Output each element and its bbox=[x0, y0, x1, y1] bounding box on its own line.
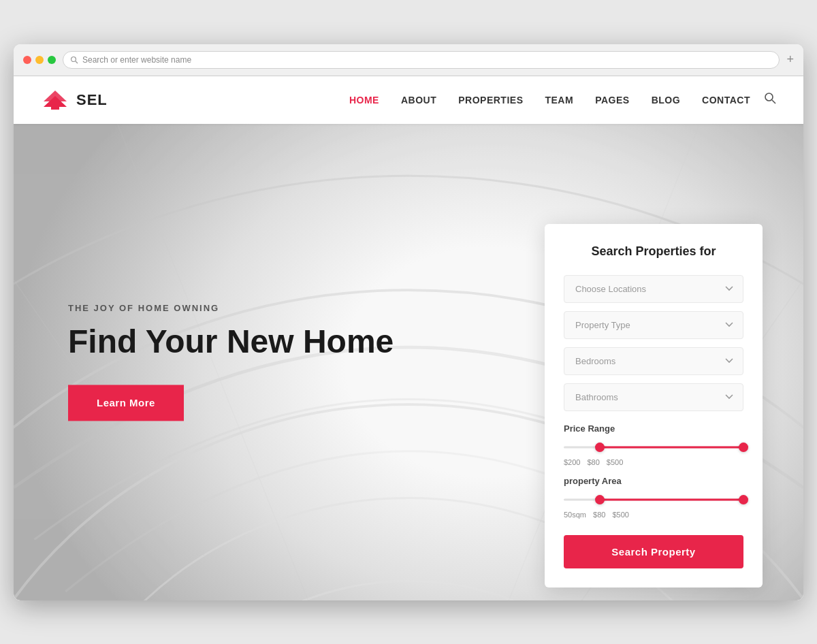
svg-line-6 bbox=[772, 100, 775, 103]
search-card-title: Search Properties for bbox=[564, 244, 743, 259]
area-max-value: $500 bbox=[612, 511, 628, 519]
price-range-thumb-max[interactable] bbox=[739, 442, 748, 452]
price-min-value: $200 bbox=[564, 458, 580, 466]
area-label: property Area bbox=[564, 476, 743, 486]
price-range-thumb-min[interactable] bbox=[595, 442, 605, 452]
learn-more-button[interactable]: Learn More bbox=[68, 385, 184, 421]
address-bar-text: Search or enter website name bbox=[82, 55, 191, 65]
nav-link-properties[interactable]: PROPERTIES bbox=[458, 95, 523, 106]
hero-section: THE JOY OF HOME OWNING Find Your New Hom… bbox=[14, 124, 803, 600]
svg-rect-4 bbox=[51, 103, 59, 110]
area-range-values: 50sqm $80 $500 bbox=[564, 511, 743, 519]
traffic-lights bbox=[23, 56, 56, 64]
area-range-thumb-max[interactable] bbox=[739, 495, 748, 504]
nav-link-pages[interactable]: PAGES bbox=[595, 95, 629, 106]
hero-subtitle: THE JOY OF HOME OWNING bbox=[68, 303, 394, 313]
svg-line-1 bbox=[76, 61, 78, 63]
area-range-thumb-min[interactable] bbox=[595, 495, 605, 504]
browser-chrome: Search or enter website name + bbox=[14, 44, 803, 76]
new-tab-button[interactable]: + bbox=[786, 52, 794, 67]
nav-link-blog[interactable]: BLOG bbox=[652, 95, 680, 106]
price-mid-value: $80 bbox=[587, 458, 599, 466]
bedrooms-select[interactable]: Bedrooms 1 2 3 4+ bbox=[564, 347, 743, 375]
price-max-value: $500 bbox=[607, 458, 623, 466]
address-bar[interactable]: Search or enter website name bbox=[63, 51, 780, 69]
area-range-slider[interactable] bbox=[564, 493, 743, 506]
nav-link-contact[interactable]: CONTACT bbox=[702, 95, 750, 106]
maximize-button[interactable] bbox=[48, 56, 56, 64]
nav-link-team[interactable]: TEAM bbox=[545, 95, 573, 106]
nav-item-properties[interactable]: PROPERTIES bbox=[458, 94, 523, 106]
svg-point-0 bbox=[71, 57, 76, 61]
area-range-fill bbox=[600, 498, 743, 500]
minimize-button[interactable] bbox=[35, 56, 44, 64]
nav-item-blog[interactable]: BLOG bbox=[652, 94, 680, 106]
property-type-select[interactable]: Property Type House Apartment Villa bbox=[564, 311, 743, 339]
area-min-value: 50sqm bbox=[564, 511, 586, 519]
nav-link-home[interactable]: HOME bbox=[349, 95, 379, 106]
price-range-slider[interactable] bbox=[564, 440, 743, 454]
price-range-label: Price Range bbox=[564, 423, 743, 434]
logo[interactable]: SEL bbox=[41, 88, 108, 112]
search-property-button[interactable]: Search Property bbox=[564, 535, 743, 568]
search-card: Search Properties for Choose Locations N… bbox=[545, 224, 763, 587]
nav-search-icon[interactable] bbox=[764, 92, 776, 108]
location-select[interactable]: Choose Locations New York Los Angeles Ch… bbox=[564, 275, 743, 303]
nav-item-about[interactable]: ABOUT bbox=[401, 94, 436, 106]
svg-point-5 bbox=[765, 93, 773, 101]
hero-content: THE JOY OF HOME OWNING Find Your New Hom… bbox=[68, 303, 394, 421]
nav-item-home[interactable]: HOME bbox=[349, 94, 379, 106]
bathrooms-select[interactable]: Bathrooms 1 2 3 bbox=[564, 383, 743, 411]
logo-icon bbox=[41, 88, 69, 112]
hero-title: Find Your New Home bbox=[68, 323, 394, 360]
search-icon bbox=[70, 56, 78, 64]
close-button[interactable] bbox=[23, 56, 31, 64]
navigation: SEL HOME ABOUT PROPERTIES TEAM PAGES BLO… bbox=[14, 76, 803, 124]
nav-item-contact[interactable]: CONTACT bbox=[702, 94, 750, 106]
browser-window: Search or enter website name + SEL HOME … bbox=[14, 44, 803, 600]
website: SEL HOME ABOUT PROPERTIES TEAM PAGES BLO… bbox=[14, 76, 803, 600]
price-range-values: $200 $80 $500 bbox=[564, 458, 743, 466]
price-range-fill bbox=[600, 446, 743, 448]
nav-item-pages[interactable]: PAGES bbox=[595, 94, 629, 106]
nav-link-about[interactable]: ABOUT bbox=[401, 95, 436, 106]
nav-links: HOME ABOUT PROPERTIES TEAM PAGES BLOG CO… bbox=[349, 94, 750, 106]
area-mid-value: $80 bbox=[593, 511, 605, 519]
logo-text: SEL bbox=[76, 91, 108, 109]
nav-item-team[interactable]: TEAM bbox=[545, 94, 573, 106]
